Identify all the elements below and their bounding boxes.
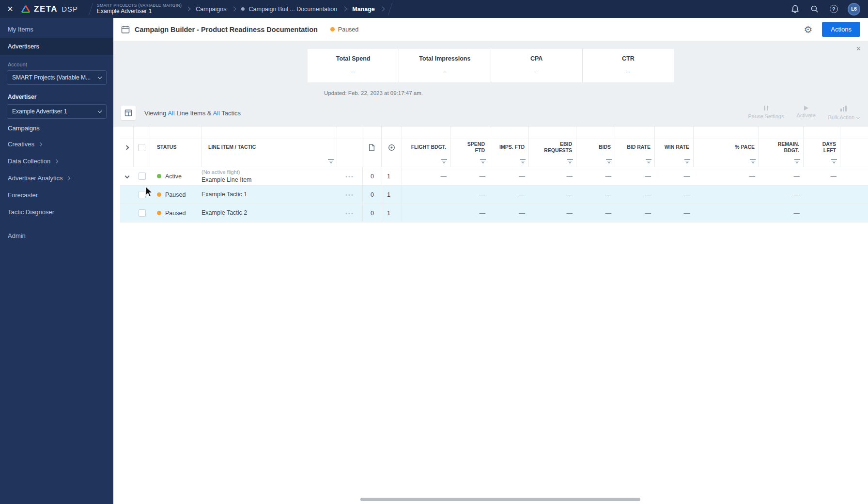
help-icon[interactable]: ? — [828, 4, 839, 15]
sidebar-item-advertiser-analytics[interactable]: Advertiser Analytics — [0, 170, 113, 187]
checkbox-icon — [139, 209, 146, 217]
creatives-count-icon[interactable] — [362, 139, 382, 156]
targeting-count[interactable]: 1 — [382, 186, 402, 204]
header-status[interactable]: STATUS — [150, 139, 202, 156]
filter-spend-ftd[interactable] — [450, 156, 489, 167]
cell-win-rate: — — [655, 186, 694, 204]
paused-status-dot — [157, 192, 161, 197]
zeta-logo[interactable]: ZETA DSP — [20, 4, 85, 14]
stat-label: Total Spend — [312, 55, 394, 62]
targeting-count-icon[interactable] — [382, 139, 402, 156]
activate-button[interactable]: Activate — [796, 106, 815, 120]
tactic-name-cell[interactable]: Example Tactic 2 — [202, 204, 337, 222]
stats-close-icon[interactable]: ✕ — [856, 45, 861, 52]
row-expander[interactable] — [120, 167, 134, 185]
actions-button[interactable]: Actions — [822, 22, 860, 37]
header-days-left[interactable]: DAYS LEFT — [804, 139, 840, 156]
row-checkbox[interactable] — [134, 204, 150, 222]
cell-imps-ftd: — — [489, 204, 529, 222]
sidebar-item-tactic-diagnoser[interactable]: Tactic Diagnoser — [0, 204, 113, 220]
tactic-name: Example Tactic 1 — [202, 190, 247, 198]
filter-ebid-requests[interactable] — [529, 156, 576, 167]
filter-icon — [441, 159, 447, 163]
campaign-status-dot — [241, 7, 245, 11]
sidebar-item-data-collection[interactable]: Data Collection — [0, 153, 113, 170]
header-pct-pace[interactable]: % PACE — [694, 139, 759, 156]
account-section-label: Account — [8, 62, 106, 67]
breadcrumb-campaign[interactable]: Campaign Buil ... Documentation — [241, 6, 337, 13]
filter-win-rate[interactable] — [655, 156, 694, 167]
breadcrumb-manage[interactable]: Manage — [352, 6, 375, 13]
horizontal-scrollbar[interactable] — [360, 498, 640, 501]
header-flight-budget[interactable]: FLIGHT BDGT. — [402, 139, 450, 156]
targeting-count[interactable]: 1 — [382, 167, 402, 185]
pause-settings-label: Pause Settings — [748, 113, 784, 119]
sidebar-item-admin[interactable]: Admin — [0, 227, 113, 244]
header-bid-rate[interactable]: BID RATE — [615, 139, 655, 156]
header-bids[interactable]: BIDS — [576, 139, 615, 156]
header-spend-ftd[interactable]: SPEND FTD — [450, 139, 489, 156]
sidebar-item-forecaster[interactable]: Forecaster — [0, 187, 113, 204]
expand-all-toggle[interactable] — [120, 139, 134, 156]
header-ebid-requests[interactable]: EBID REQUESTS — [529, 139, 576, 156]
campaign-status-badge: Paused — [330, 26, 358, 33]
account-select[interactable]: SMART Projects (Variable M... — [7, 70, 107, 85]
chevron-right-icon — [232, 7, 236, 12]
main-content: Campaign Builder - Product Readiness Doc… — [113, 18, 868, 504]
filter-remaining-budget[interactable] — [759, 156, 804, 167]
close-icon[interactable]: ✕ — [0, 0, 20, 18]
breadcrumb-account[interactable]: SMART PROJECTS (VARIABLE MARGIN) Example… — [97, 3, 182, 16]
filter-bid-rate[interactable] — [615, 156, 655, 167]
header-remaining-budget[interactable]: REMAIN. BDGT. — [759, 139, 804, 156]
chevron-right-icon — [186, 7, 191, 12]
sidebar-item-campaigns[interactable]: Campaigns — [0, 119, 113, 136]
row-more-menu[interactable]: ••• — [337, 167, 362, 185]
sidebar-item-creatives[interactable]: Creatives — [0, 136, 113, 153]
creatives-count[interactable]: 0 — [362, 167, 382, 185]
column-settings-button[interactable] — [121, 106, 136, 120]
sidebar-item-label: Creatives — [8, 141, 34, 148]
header-win-rate[interactable]: WIN RATE — [655, 139, 694, 156]
row-more-menu[interactable]: ••• — [337, 204, 362, 222]
sidebar-item-advertisers[interactable]: Advertisers — [0, 38, 113, 55]
activate-label: Activate — [796, 112, 815, 118]
stat-label: CTR — [588, 55, 669, 62]
filter-pct-pace[interactable] — [694, 156, 759, 167]
filter-bids[interactable] — [576, 156, 615, 167]
creatives-count[interactable]: 0 — [362, 204, 382, 222]
gear-icon[interactable]: ⚙ — [804, 25, 812, 34]
row-checkbox[interactable] — [134, 186, 150, 204]
pause-settings-button[interactable]: Pause Settings — [748, 106, 784, 120]
all-line-items-link[interactable]: All — [168, 110, 174, 117]
all-tactics-link[interactable]: All — [213, 110, 219, 117]
row-more-menu[interactable]: ••• — [337, 186, 362, 204]
advertiser-section-label: Advertiser — [8, 94, 106, 100]
chevron-down-icon — [124, 174, 129, 179]
advertiser-select[interactable]: Example Advertiser 1 — [7, 104, 107, 119]
filter-days-left[interactable] — [804, 156, 840, 167]
creatives-count[interactable]: 0 — [362, 186, 382, 204]
user-avatar[interactable]: L6 — [848, 3, 860, 16]
filter-imps-ftd[interactable] — [489, 156, 529, 167]
select-all-checkbox[interactable] — [134, 139, 150, 156]
sidebar-item-my-items[interactable]: My Items — [0, 21, 113, 38]
tactic-name-cell[interactable]: Example Tactic 1 — [202, 186, 337, 204]
header-imps-ftd[interactable]: IMPS. FTD — [489, 139, 529, 156]
bulk-action-button[interactable]: Bulk Action — [828, 106, 859, 120]
filter-flight-budget[interactable] — [402, 156, 450, 167]
search-icon[interactable] — [809, 4, 820, 15]
line-item-name-cell[interactable]: (No active flight) Example Line Item — [202, 167, 337, 185]
viewing-prefix: Viewing — [144, 110, 166, 117]
cell-remaining-budget: — — [759, 167, 804, 185]
cell-bids: — — [576, 204, 615, 222]
row-checkbox[interactable] — [134, 167, 150, 185]
stats-band: Total Spend -- Total Impressions -- CPA … — [308, 49, 674, 82]
stat-value: -- — [496, 68, 577, 75]
filter-line-item[interactable] — [202, 156, 337, 167]
notifications-bell-icon[interactable] — [790, 4, 800, 15]
breadcrumb-campaigns[interactable]: Campaigns — [196, 6, 226, 13]
header-row-menu — [337, 139, 362, 156]
targeting-count[interactable]: 1 — [382, 204, 402, 222]
breadcrumb-campaigns-label: Campaigns — [196, 6, 226, 13]
header-line-item-tactic[interactable]: LINE ITEM / TACTIC — [202, 139, 337, 156]
